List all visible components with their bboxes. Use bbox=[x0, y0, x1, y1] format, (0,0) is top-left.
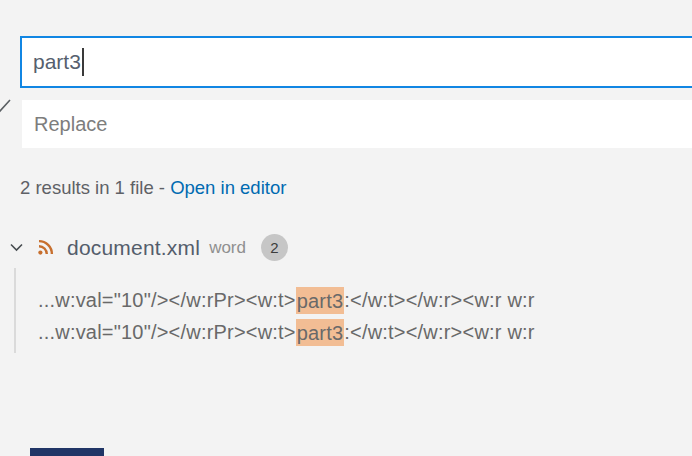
search-input-value: part3 bbox=[33, 50, 81, 74]
match-context-before: ...w:val="10"/></w:rPr><w:t> bbox=[38, 321, 296, 343]
file-name: document.xml bbox=[67, 236, 200, 260]
xml-file-icon bbox=[36, 238, 55, 257]
replace-input[interactable] bbox=[22, 100, 692, 148]
toggle-replace-button[interactable] bbox=[0, 92, 12, 116]
file-result-row[interactable]: document.xml word 2 bbox=[0, 231, 692, 264]
results-count-badge: 2 bbox=[261, 234, 288, 261]
match-highlight: part3 bbox=[296, 319, 345, 346]
open-in-editor-link[interactable]: Open in editor bbox=[170, 177, 286, 198]
search-panel: SEARCH part3 2 results in 1 file - Open … bbox=[0, 0, 692, 456]
search-input[interactable]: part3 bbox=[20, 36, 692, 88]
match-row[interactable]: ...w:val="10"/></w:rPr><w:t>part3:</w:t>… bbox=[0, 284, 692, 316]
results-count-text: 2 results in 1 file bbox=[20, 177, 154, 198]
match-context-before: ...w:val="10"/></w:rPr><w:t> bbox=[38, 289, 296, 311]
file-folder-path: word bbox=[209, 238, 246, 258]
window-fragment bbox=[30, 448, 104, 456]
match-context-after: :</w:t></w:r><w:r w:r bbox=[344, 321, 534, 343]
match-context-after: :</w:t></w:r><w:r w:r bbox=[344, 289, 534, 311]
text-caret bbox=[82, 48, 84, 76]
results-summary: 2 results in 1 file - Open in editor bbox=[20, 177, 286, 199]
chevron-down-icon[interactable] bbox=[8, 239, 25, 256]
match-row[interactable]: ...w:val="10"/></w:rPr><w:t>part3:</w:t>… bbox=[0, 316, 692, 348]
summary-separator: - bbox=[154, 177, 170, 198]
chevron-down-icon bbox=[0, 92, 12, 116]
panel-title: SEARCH bbox=[20, 0, 96, 3]
match-highlight: part3 bbox=[296, 287, 345, 314]
